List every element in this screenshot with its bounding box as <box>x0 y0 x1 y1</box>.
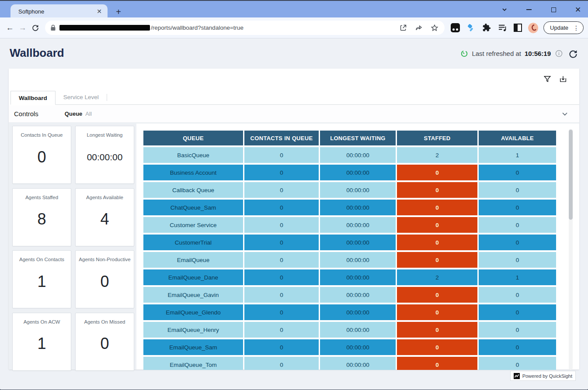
cell-contacts_in_queue[interactable]: 0 <box>244 217 319 233</box>
cell-contacts_in_queue[interactable]: 0 <box>244 200 319 215</box>
column-header[interactable]: AVAILABLE <box>479 131 556 145</box>
cell-longest_waiting[interactable]: 00:00:00 <box>320 182 396 198</box>
cell-queue[interactable]: Business Account <box>143 165 243 180</box>
cell-available[interactable]: 1 <box>479 269 556 285</box>
cell-staffed[interactable]: 0 <box>397 182 477 198</box>
browser-tab-softphone[interactable]: Softphone ✕ <box>10 4 108 18</box>
extension-gavel-icon[interactable] <box>466 23 476 32</box>
bookmark-star-icon[interactable] <box>431 24 438 32</box>
extension-dark-mode-icon[interactable] <box>514 24 522 32</box>
cell-contacts_in_queue[interactable]: 0 <box>244 269 319 285</box>
cell-available[interactable]: 0 <box>479 252 556 268</box>
column-header[interactable]: STAFFED <box>397 131 477 145</box>
cell-staffed[interactable]: 0 <box>397 217 477 233</box>
cell-longest_waiting[interactable]: 00:00:00 <box>320 252 396 268</box>
cell-longest_waiting[interactable]: 00:00:00 <box>320 357 396 370</box>
cell-staffed[interactable]: 0 <box>397 339 477 355</box>
open-in-new-icon[interactable] <box>400 24 407 31</box>
cell-contacts_in_queue[interactable]: 0 <box>244 165 319 180</box>
cell-contacts_in_queue[interactable]: 0 <box>244 287 319 303</box>
tab-search-chevron-icon[interactable] <box>499 4 510 15</box>
reload-button[interactable] <box>29 21 42 35</box>
controls-collapse-chevron-icon[interactable] <box>561 110 569 118</box>
column-header[interactable]: QUEUE <box>143 131 243 145</box>
cell-staffed[interactable]: 0 <box>397 200 477 215</box>
cell-available[interactable]: 0 <box>479 287 556 303</box>
cell-longest_waiting[interactable]: 00:00:00 <box>320 322 396 338</box>
cell-available[interactable]: 1 <box>479 147 556 163</box>
extension-playlist-icon[interactable] <box>498 24 507 32</box>
window-close-button[interactable]: ✕ <box>572 4 584 15</box>
cell-queue[interactable]: Callback Queue <box>143 182 243 198</box>
maximize-button[interactable] <box>548 4 559 15</box>
kpi-card[interactable]: Longest Waiting00:00:00 <box>75 126 134 184</box>
cell-staffed[interactable]: 2 <box>397 269 477 285</box>
cell-contacts_in_queue[interactable]: 0 <box>244 182 319 198</box>
tab-close-icon[interactable]: ✕ <box>95 7 103 15</box>
cell-contacts_in_queue[interactable]: 0 <box>244 147 319 163</box>
kpi-card[interactable]: Agents Staffed8 <box>12 188 71 246</box>
export-download-icon[interactable] <box>559 75 567 83</box>
extensions-puzzle-icon[interactable] <box>482 23 491 32</box>
cell-queue[interactable]: CustomerTrial <box>143 235 243 250</box>
cell-available[interactable]: 0 <box>479 357 556 370</box>
cell-longest_waiting[interactable]: 00:00:00 <box>320 339 396 355</box>
cell-staffed[interactable]: 0 <box>397 252 477 268</box>
filter-icon[interactable] <box>543 75 551 83</box>
queue-filter-value[interactable]: All <box>85 110 91 117</box>
cell-staffed[interactable]: 0 <box>397 165 477 180</box>
cell-longest_waiting[interactable]: 00:00:00 <box>320 147 396 163</box>
url-bar[interactable]: /reports/wallboard?standalone=true <box>45 21 445 35</box>
cell-staffed[interactable]: 0 <box>397 357 477 370</box>
cell-longest_waiting[interactable]: 00:00:00 <box>320 165 396 180</box>
profile-avatar[interactable] <box>528 23 538 33</box>
cell-longest_waiting[interactable]: 00:00:00 <box>320 269 396 285</box>
kpi-card[interactable]: Agents Available4 <box>75 188 134 246</box>
cell-contacts_in_queue[interactable]: 0 <box>244 339 319 355</box>
cell-longest_waiting[interactable]: 00:00:00 <box>320 200 396 215</box>
cell-available[interactable]: 0 <box>479 217 556 233</box>
cell-staffed[interactable]: 0 <box>397 235 477 250</box>
kpi-card[interactable]: Agents On Contacts1 <box>12 250 71 308</box>
refresh-button[interactable] <box>568 49 578 59</box>
update-button[interactable]: Update ⋮ <box>543 21 584 34</box>
cell-staffed[interactable]: 0 <box>397 304 477 320</box>
column-header[interactable]: LONGEST WAITING <box>320 131 396 145</box>
cell-queue[interactable]: BasicQueue <box>143 147 243 163</box>
table-scrollbar-thumb[interactable] <box>569 130 573 220</box>
tab-service-level[interactable]: Service Level <box>56 90 107 104</box>
back-button[interactable]: ← <box>3 21 16 35</box>
cell-staffed[interactable]: 0 <box>397 322 477 338</box>
cell-contacts_in_queue[interactable]: 0 <box>244 357 319 370</box>
cell-contacts_in_queue[interactable]: 0 <box>244 322 319 338</box>
cell-staffed[interactable]: 0 <box>397 287 477 303</box>
kpi-card[interactable]: Agents On ACW1 <box>12 313 71 371</box>
cell-longest_waiting[interactable]: 00:00:00 <box>320 235 396 250</box>
info-icon[interactable] <box>555 50 563 57</box>
cell-queue[interactable]: ChatQueue_Sam <box>143 200 243 215</box>
cell-queue[interactable]: EmailQueue_Tom <box>143 357 243 370</box>
cell-available[interactable]: 0 <box>479 182 556 198</box>
cell-available[interactable]: 0 <box>479 322 556 338</box>
tab-wallboard[interactable]: Wallboard <box>10 91 56 105</box>
kpi-card[interactable]: Agents Non-Productive0 <box>75 250 134 308</box>
forward-button[interactable]: → <box>16 21 29 35</box>
cell-available[interactable]: 0 <box>479 200 556 215</box>
extension-keyboard-icon[interactable] <box>451 23 460 32</box>
new-tab-button[interactable]: + <box>113 6 124 17</box>
share-icon[interactable] <box>415 24 423 31</box>
browser-menu-kebab-icon[interactable]: ⋮ <box>572 24 581 31</box>
kpi-card[interactable]: Contacts In Queue0 <box>12 126 71 184</box>
cell-queue[interactable]: EmailQueue <box>143 252 243 268</box>
cell-queue[interactable]: EmailQueue_Gavin <box>143 287 243 303</box>
table-scrollbar[interactable] <box>569 129 573 370</box>
cell-longest_waiting[interactable]: 00:00:00 <box>320 304 396 320</box>
column-header[interactable]: CONTACTS IN QUEUE <box>244 131 319 145</box>
cell-queue[interactable]: EmailQueue_Dane <box>143 269 243 285</box>
cell-contacts_in_queue[interactable]: 0 <box>244 304 319 320</box>
cell-available[interactable]: 0 <box>479 339 556 355</box>
kpi-card[interactable]: Agents On Missed0 <box>75 313 134 371</box>
cell-available[interactable]: 0 <box>479 235 556 250</box>
cell-queue[interactable]: EmailQueue_Sam <box>143 339 243 355</box>
cell-available[interactable]: 0 <box>479 165 556 180</box>
